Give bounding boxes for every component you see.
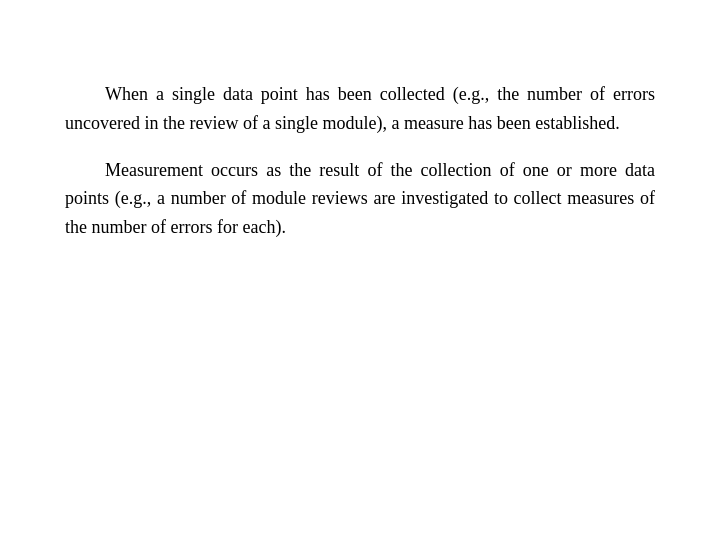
paragraph-2: Measurement occurs as the result of the … (65, 156, 655, 242)
paragraph-1: When a single data point has been collec… (65, 80, 655, 138)
page-content: When a single data point has been collec… (0, 0, 720, 540)
